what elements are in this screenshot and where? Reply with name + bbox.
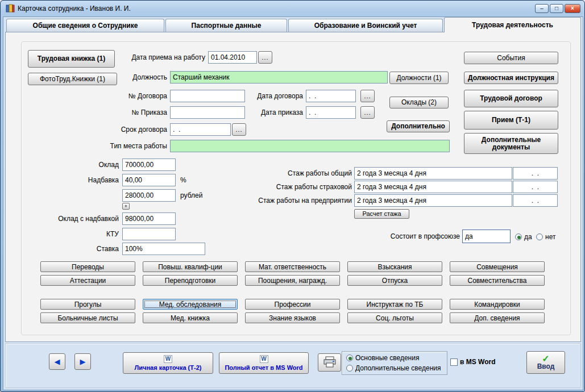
next-arrow-icon: ▶ — [80, 358, 86, 365]
union-label: Состоит в профсоюзе — [379, 230, 460, 243]
contract-number-input[interactable] — [170, 90, 245, 102]
salary-input[interactable] — [122, 159, 176, 171]
contract-term-picker-button[interactable]: ... — [232, 123, 246, 136]
hire-t1-button[interactable]: Прием (Т-1) — [464, 111, 558, 130]
minimize-button[interactable]: – — [535, 4, 549, 13]
business-trips-button[interactable]: Командировки — [450, 299, 545, 310]
next-record-button[interactable]: ▶ — [74, 353, 91, 370]
languages-button[interactable]: Знание языков — [245, 312, 340, 323]
hire-date-picker-button[interactable]: ... — [258, 51, 272, 64]
print-button[interactable] — [318, 353, 341, 372]
sick-leaves-button[interactable]: Больничные листы — [40, 312, 135, 323]
enter-button-label: Ввод — [537, 363, 555, 370]
radio-dot-icon — [346, 365, 353, 372]
contract-term-label: Срок договора — [114, 123, 167, 136]
experience-insured-input[interactable] — [354, 181, 512, 193]
order-date-picker-button[interactable]: ... — [360, 106, 375, 119]
events-button[interactable]: События — [464, 52, 558, 64]
experience-total-label: Стаж работы общий — [245, 167, 352, 180]
secondary-jobs-button[interactable]: Совместительства — [450, 275, 545, 286]
union-radio-no[interactable]: нет — [536, 233, 555, 241]
experience-total-date-input[interactable] — [513, 167, 558, 180]
msword-checkbox-label[interactable]: в MS Word — [460, 356, 505, 368]
experience-insured-date-input[interactable] — [513, 181, 558, 193]
transfers-button[interactable]: Переводы — [40, 261, 135, 272]
experience-calc-button[interactable]: Расчет стажа — [354, 209, 409, 219]
workplace-type-label: Тип места работы — [104, 140, 167, 152]
contract-number-label: № Договора — [114, 90, 167, 102]
penalties-button[interactable]: Взыскания — [347, 261, 442, 272]
enter-button[interactable]: ✓ Ввод — [526, 351, 565, 374]
union-input[interactable] — [462, 230, 511, 243]
minimize-icon: – — [540, 6, 543, 11]
professions-button[interactable]: Профессии — [245, 299, 340, 310]
order-number-input[interactable] — [170, 106, 245, 119]
report-main-radio[interactable]: Основные сведения — [346, 354, 419, 362]
contract-date-picker-button[interactable]: ... — [360, 90, 375, 102]
social-benefits-button[interactable]: Соц. льготы — [347, 312, 442, 323]
additional-documents-button[interactable]: Дополнительные документы — [464, 133, 558, 154]
additional-info-button[interactable]: Доп. сведения — [450, 312, 545, 323]
prev-arrow-icon: ◀ — [55, 358, 60, 365]
medical-exams-button[interactable]: Мед. обследования — [143, 299, 238, 310]
rubles-suffix-label: рублей — [180, 189, 210, 202]
salaries-button[interactable]: Оклады (2) — [389, 97, 449, 109]
hire-date-input[interactable] — [208, 51, 257, 64]
plus-button[interactable]: + — [122, 203, 130, 210]
maximize-button[interactable]: □ — [550, 4, 563, 13]
contract-term-input[interactable] — [170, 123, 231, 136]
medical-book-button[interactable]: Мед. книжка — [143, 312, 238, 323]
app-icon — [5, 3, 15, 16]
percent-suffix-label: % — [180, 174, 192, 186]
tab-general-info[interactable]: Общие сведения о Сотруднике — [6, 19, 164, 32]
union-radio-no-label: нет — [545, 233, 555, 241]
work-book-button[interactable]: Трудовая книжка (1) — [28, 50, 115, 68]
experience-enterprise-input[interactable] — [354, 194, 512, 207]
union-radio-yes-label: да — [524, 233, 532, 241]
experience-enterprise-label: Стаж работы на предприятии — [239, 194, 352, 207]
combined-posts-button[interactable]: Совмещения — [450, 261, 545, 272]
tab-passport-data[interactable]: Паспортные данные — [165, 19, 287, 32]
vacations-button[interactable]: Отпуска — [347, 275, 442, 286]
safety-training-button[interactable]: Инструктаж по ТБ — [347, 299, 442, 310]
rate-input[interactable] — [122, 243, 205, 255]
salary-total-input[interactable] — [122, 212, 176, 225]
tab-education-military[interactable]: Образование и Воинский учет — [288, 19, 443, 32]
msword-checkbox[interactable] — [450, 358, 458, 366]
labor-contract-button[interactable]: Трудовой договор — [464, 90, 558, 107]
tab-labor-activity[interactable]: Трудовая деятельность — [444, 17, 581, 32]
bonus-percent-input[interactable] — [122, 174, 176, 186]
personal-card-t2-label: Личная карточка (Т-2) — [135, 364, 202, 372]
close-button[interactable]: × — [565, 4, 580, 13]
experience-total-input[interactable] — [354, 167, 512, 180]
ktu-input[interactable] — [122, 228, 176, 240]
retraining-button[interactable]: Переподготовки — [143, 275, 238, 286]
position-input[interactable] — [170, 71, 388, 84]
attestations-button[interactable]: Аттестации — [40, 275, 135, 286]
employee-card-window: Карточка сотрудника - Иванов И. И. – □ ×… — [0, 0, 585, 392]
qualification-upgrade-button[interactable]: Повыш. квалиф-ции — [143, 261, 238, 272]
prev-record-button[interactable]: ◀ — [49, 353, 65, 370]
rate-label: Ставка — [69, 243, 119, 255]
photo-work-books-button[interactable]: ФотоТруд.Книжки (1) — [28, 73, 117, 85]
experience-enterprise-date-input[interactable] — [513, 194, 558, 207]
material-liability-button[interactable]: Мат. ответственность — [245, 261, 340, 272]
job-instruction-button[interactable]: Должностная инструкция — [464, 72, 558, 84]
positions-button[interactable]: Должности (1) — [389, 72, 449, 84]
position-label: Должность — [114, 71, 167, 84]
contract-date-label: Дата договора — [251, 90, 303, 102]
personal-card-t2-button[interactable]: W Личная карточка (Т-2) — [123, 352, 213, 374]
contract-date-input[interactable] — [306, 90, 356, 102]
report-main-label: Основные сведения — [355, 354, 419, 362]
absences-button[interactable]: Прогулы — [40, 299, 135, 310]
additional-button[interactable]: Дополнительно — [387, 120, 450, 132]
close-icon: × — [571, 6, 574, 11]
bonus-rubles-input[interactable] — [122, 189, 176, 202]
union-radio-yes[interactable]: да — [515, 233, 532, 241]
workplace-type-input[interactable] — [170, 140, 450, 152]
full-report-msword-button[interactable]: W Полный отчет в MS Word — [219, 352, 309, 374]
report-additional-radio[interactable]: Дополнительные сведения — [346, 364, 441, 372]
awards-button[interactable]: Поощрения, награжд. — [245, 275, 340, 286]
order-date-input[interactable] — [306, 106, 356, 119]
printer-icon — [323, 356, 337, 369]
